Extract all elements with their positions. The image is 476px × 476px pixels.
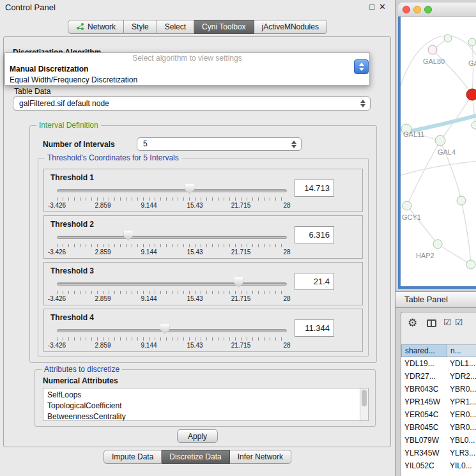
tab-label: Select xyxy=(165,22,186,31)
gear-icon[interactable]: ⚙ xyxy=(408,316,417,330)
cell[interactable]: YIL0... xyxy=(447,459,476,472)
algorithm-combobox-stepper[interactable] xyxy=(354,59,369,74)
threshold-value-field[interactable]: 6.316 xyxy=(295,226,334,243)
table-row[interactable]: YBL079WYBL0... xyxy=(401,434,476,447)
cell[interactable]: YBR045C xyxy=(401,421,447,434)
table-row[interactable]: YLR345WYLR3... xyxy=(401,447,476,459)
threshold-value-field[interactable]: 21.4 xyxy=(295,273,334,290)
dropdown-option-equal-width-frequency[interactable]: Equal Width/Frequency Discretization xyxy=(5,75,369,86)
slider-thumb[interactable] xyxy=(185,184,194,194)
cell[interactable]: YER054C xyxy=(401,408,447,421)
numerical-attributes-label: Numerical Attributes xyxy=(43,376,118,385)
network-node[interactable] xyxy=(472,121,476,129)
close-window-icon[interactable]: ✕ xyxy=(379,2,386,12)
zoom-traffic-light[interactable] xyxy=(424,6,432,13)
threshold-slider[interactable]: -3.426 2.859 9.144 15.43 21.715 28 xyxy=(57,183,287,211)
network-node[interactable] xyxy=(435,135,445,146)
slider-track[interactable] xyxy=(57,236,287,239)
cell[interactable]: YPR1... xyxy=(447,395,476,408)
cell[interactable]: YBR0... xyxy=(447,383,476,395)
table-row[interactable]: YDR27...YDR2... xyxy=(401,370,476,383)
cell[interactable]: YPR145W xyxy=(401,395,447,408)
table-row[interactable]: YIL052CYIL0... xyxy=(401,459,476,472)
cell[interactable]: YDR2... xyxy=(447,370,476,383)
cell[interactable]: YLR345W xyxy=(401,447,447,459)
column-header-shared-name[interactable]: shared... xyxy=(401,344,447,357)
scale-label: 9.144 xyxy=(141,342,157,349)
cell[interactable]: YER0... xyxy=(447,408,476,421)
threshold-label: Threshold 4 xyxy=(50,313,94,322)
tab-infer-network[interactable]: Infer Network xyxy=(230,450,291,464)
slider-thumb[interactable] xyxy=(234,277,243,288)
apply-button[interactable]: Apply xyxy=(177,429,218,443)
column-header-name[interactable]: n... xyxy=(447,344,476,357)
tab-cyni-toolbox[interactable]: Cyni Toolbox xyxy=(194,20,254,34)
slider-thumb[interactable] xyxy=(123,231,133,241)
columns-icon[interactable] xyxy=(427,319,436,327)
network-view-window[interactable]: GAL80 GA GAL11 GAL4 GCY1 HAP2 xyxy=(398,3,476,289)
float-window-icon[interactable]: □ xyxy=(369,2,374,12)
numerical-attributes-list[interactable]: SelfLoops TopologicalCoefficient Between… xyxy=(43,388,369,421)
list-item[interactable]: TopologicalCoefficient xyxy=(43,401,368,411)
node-label: HAP2 xyxy=(416,252,434,259)
cell[interactable]: YDL1... xyxy=(447,357,476,370)
dropdown-option-manual-discretization[interactable]: Manual Discretization xyxy=(5,64,369,75)
slider-track[interactable] xyxy=(57,189,287,192)
slider-track[interactable] xyxy=(57,282,287,286)
table-data-combobox[interactable]: galFiltered.sif default node xyxy=(13,96,371,111)
network-canvas[interactable]: GAL80 GA GAL11 GAL4 GCY1 HAP2 xyxy=(401,17,476,286)
network-window-titlebar[interactable] xyxy=(398,3,476,17)
table-row[interactable]: YPR145WYPR1... xyxy=(401,395,476,408)
network-node[interactable] xyxy=(444,35,452,42)
network-node[interactable] xyxy=(428,45,437,54)
tab-impute-data[interactable]: Impute Data xyxy=(104,450,162,464)
list-scrollbar[interactable] xyxy=(360,388,368,420)
cell[interactable]: YLR3... xyxy=(447,447,476,459)
selected-node-red[interactable] xyxy=(466,89,476,100)
interval-definition-group: Interval Definition Number of Intervals … xyxy=(29,125,377,363)
scale-label: 21.715 xyxy=(231,295,251,302)
select-column-checkbox-icon[interactable]: ☑ xyxy=(455,317,463,327)
table-row[interactable]: YER054CYER0... xyxy=(401,408,476,421)
list-item[interactable]: SelfLoops xyxy=(43,390,368,401)
network-node[interactable] xyxy=(403,201,411,210)
cell[interactable]: YIL052C xyxy=(401,459,447,472)
threshold-value-field[interactable]: 11.344 xyxy=(295,319,334,337)
tab-label: Network xyxy=(88,22,116,31)
number-of-intervals-combobox[interactable]: 5 xyxy=(137,137,302,151)
cell[interactable]: YBR043C xyxy=(401,383,447,395)
cell[interactable]: YBL0... xyxy=(447,434,476,447)
tab-jactivemnodules[interactable]: jActiveMNodules xyxy=(254,20,327,34)
list-item[interactable]: BetweennessCentrality xyxy=(43,411,368,421)
scrollbar-thumb[interactable] xyxy=(362,390,367,406)
network-node[interactable] xyxy=(468,38,476,46)
threshold-slider[interactable]: -3.426 2.859 9.144 15.43 21.715 28 xyxy=(57,323,287,351)
highlighted-edge[interactable] xyxy=(408,115,476,132)
network-node[interactable] xyxy=(457,196,466,205)
tab-select[interactable]: Select xyxy=(157,20,194,34)
tab-discretize-data[interactable]: Discretize Data xyxy=(162,450,229,464)
cell[interactable]: YBL079W xyxy=(401,434,447,447)
scale-label: 21.715 xyxy=(231,249,251,256)
slider-ticks xyxy=(57,197,287,201)
cell[interactable]: YDL19... xyxy=(401,357,447,370)
tab-style[interactable]: Style xyxy=(124,20,157,34)
cell[interactable]: YDR27... xyxy=(401,370,447,383)
table-row[interactable]: YBR045CYBR0... xyxy=(401,421,476,434)
threshold-slider[interactable]: -3.426 2.859 9.144 15.43 21.715 28 xyxy=(57,230,287,258)
threshold-slider[interactable]: -3.426 2.859 9.144 15.43 21.715 28 xyxy=(57,277,287,305)
tab-network[interactable]: Network xyxy=(68,20,124,34)
close-traffic-light[interactable] xyxy=(403,6,410,13)
scale-label: 21.715 xyxy=(231,342,251,349)
table-body[interactable]: YDL19...YDL1... YDR27...YDR2... YBR043CY… xyxy=(401,357,476,476)
slider-thumb[interactable] xyxy=(160,324,170,334)
cell[interactable]: YBR0... xyxy=(447,421,476,434)
network-node[interactable] xyxy=(466,260,475,269)
slider-track[interactable] xyxy=(57,329,287,332)
table-row[interactable]: YBR043CYBR0... xyxy=(401,383,476,395)
select-all-checkbox-icon[interactable]: ☑ xyxy=(443,317,452,327)
network-node[interactable] xyxy=(433,240,442,249)
threshold-value-field[interactable]: 14.713 xyxy=(295,180,334,197)
minimize-traffic-light[interactable] xyxy=(413,6,421,13)
table-row[interactable]: YDL19...YDL1... xyxy=(401,357,476,370)
